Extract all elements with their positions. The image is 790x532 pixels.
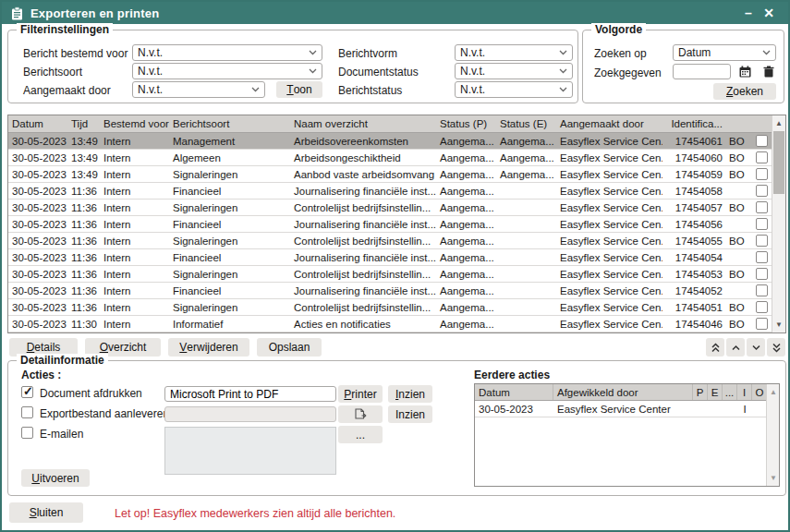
scrollbar-thumb[interactable] xyxy=(773,131,784,194)
ecol-dots[interactable]: ... xyxy=(723,384,737,400)
calendar-icon[interactable] xyxy=(736,64,754,79)
scroll-down-icon[interactable]: ▼ xyxy=(767,471,780,485)
table-row[interactable]: 30-05-2023 11:36 Intern Signaleringen Co… xyxy=(8,200,785,216)
col-datum[interactable]: Datum xyxy=(8,118,67,129)
emailen-checkbox[interactable] xyxy=(21,427,33,439)
ecol-datum[interactable]: Datum xyxy=(475,384,553,400)
cell-identificatie: 17454056 xyxy=(662,219,725,230)
inzien-button-2[interactable]: Inzien xyxy=(388,405,432,423)
table-row[interactable]: 30-05-2023 11:36 Intern Financieel Journ… xyxy=(8,249,785,266)
row-checkbox[interactable] xyxy=(756,185,768,197)
opslaan-button[interactable]: Opslaan xyxy=(257,338,322,357)
row-checkbox[interactable] xyxy=(756,268,768,280)
double-chevron-up-icon xyxy=(711,343,721,353)
ellipsis-button[interactable]: ... xyxy=(338,426,383,443)
trash-icon[interactable] xyxy=(760,64,777,79)
cell-naam-overzicht: Controlelijst bedrijfsinstellin... xyxy=(290,236,436,247)
table-scrollbar[interactable]: ▲ ▼ xyxy=(772,115,785,332)
last-record-button[interactable] xyxy=(767,338,785,357)
scroll-down-icon[interactable]: ▼ xyxy=(772,318,785,332)
row-checkbox[interactable] xyxy=(756,218,768,230)
row-checkbox[interactable] xyxy=(756,201,768,213)
filterinstellingen-group: Filterinstellingen Bericht bestemd voor … xyxy=(7,30,578,103)
row-checkbox[interactable] xyxy=(756,135,768,147)
previous-record-button[interactable] xyxy=(726,338,745,357)
col-tijd[interactable]: Tijd xyxy=(67,118,100,129)
cell-naam-overzicht: Journalisering financiële inst... xyxy=(290,219,436,230)
printer-button[interactable]: Printer xyxy=(338,385,383,403)
ecell-i: I xyxy=(737,404,752,415)
eerdere-row[interactable]: 30-05-2023 Easyflex Service Center I xyxy=(475,401,779,417)
toon-button[interactable]: Toon xyxy=(276,81,322,98)
table-row[interactable]: 30-05-2023 11:36 Intern Financieel Journ… xyxy=(8,183,785,200)
row-checkbox[interactable] xyxy=(756,168,768,180)
col-status-e[interactable]: Status (E) xyxy=(496,118,556,129)
ecol-e[interactable]: E xyxy=(708,384,723,400)
row-checkbox[interactable] xyxy=(756,251,768,263)
first-record-button[interactable] xyxy=(706,338,724,357)
table-row[interactable]: 30-05-2023 11:36 Intern Financieel Journ… xyxy=(8,283,785,299)
zoekgegeven-input[interactable] xyxy=(673,64,731,79)
row-checkbox[interactable] xyxy=(756,151,768,163)
row-checkbox[interactable] xyxy=(756,235,768,247)
cell-berichtsoort: Financieel xyxy=(169,285,290,296)
col-bestemd-voor[interactable]: Bestemd voor xyxy=(100,118,169,129)
col-berichtsoort[interactable]: Berichtsoort xyxy=(169,118,290,129)
minimize-button[interactable]: – xyxy=(738,6,759,20)
table-row[interactable]: 30-05-2023 13:49 Intern Management Arbei… xyxy=(8,133,785,150)
cell-status-p: Aangema... xyxy=(436,136,496,147)
clipboard-icon xyxy=(11,6,23,20)
aangemaakt-door-select[interactable]: N.v.t. xyxy=(132,81,265,98)
scroll-up-icon[interactable]: ▲ xyxy=(772,116,785,130)
next-record-button[interactable] xyxy=(747,338,765,357)
table-row[interactable]: 30-05-2023 13:49 Intern Signaleringen Aa… xyxy=(8,166,785,183)
berichtvorm-select[interactable]: N.v.t. xyxy=(455,44,573,61)
ecol-i[interactable]: I xyxy=(737,384,752,400)
printer-name-input[interactable] xyxy=(164,386,336,402)
berichtstatus-select[interactable]: N.v.t. xyxy=(455,81,573,98)
inzien-button-1[interactable]: Inzien xyxy=(388,385,432,403)
cell-identificatie: 17454052 xyxy=(662,285,725,296)
scroll-up-icon[interactable]: ▲ xyxy=(767,385,780,399)
table-row[interactable]: 30-05-2023 11:36 Intern Signaleringen Co… xyxy=(8,299,785,316)
eerdere-scrollbar[interactable]: ▲ ▼ xyxy=(766,384,779,486)
bericht-bestemd-voor-select[interactable]: N.v.t. xyxy=(132,44,322,61)
table-row[interactable]: 30-05-2023 11:30 Intern Informatief Acti… xyxy=(8,316,785,332)
row-checkbox[interactable] xyxy=(756,318,768,330)
row-checkbox[interactable] xyxy=(756,301,768,313)
zoeken-op-select[interactable]: Datum xyxy=(673,44,776,61)
verwijderen-button[interactable]: Verwijderen xyxy=(168,338,249,357)
cell-tijd: 13:49 xyxy=(67,169,100,180)
eerdere-acties-label: Eerdere acties xyxy=(474,369,550,381)
ecol-afgewikkeld-door[interactable]: Afgewikkeld door xyxy=(553,384,693,400)
documentstatus-select[interactable]: N.v.t. xyxy=(455,63,573,79)
cell-identificatie: 17454061 xyxy=(662,136,725,147)
select-value: N.v.t. xyxy=(138,46,163,59)
berichtsoort-select[interactable]: N.v.t. xyxy=(132,63,322,79)
sluiten-button[interactable]: Sluiten xyxy=(9,502,83,523)
col-status-p[interactable]: Status (P) xyxy=(436,118,496,129)
row-checkbox[interactable] xyxy=(756,284,768,296)
ecol-o[interactable]: O xyxy=(752,384,767,400)
uitvoeren-button[interactable]: Uitvoeren xyxy=(21,469,90,487)
table-row[interactable]: 30-05-2023 13:49 Intern Algemeen Arbeids… xyxy=(8,150,785,166)
ecol-p[interactable]: P xyxy=(693,384,708,400)
zoeken-button[interactable]: Zoeken xyxy=(713,83,776,100)
email-memo-field[interactable] xyxy=(164,427,336,475)
cell-bestemd-voor: Intern xyxy=(100,152,169,163)
exportbestand-input[interactable] xyxy=(164,406,336,422)
col-aangemaakt-door[interactable]: Aangemaakt door xyxy=(556,118,662,129)
exportbestand-label: Exportbestand aanleveren xyxy=(40,407,169,420)
table-row[interactable]: 30-05-2023 11:36 Intern Signaleringen Co… xyxy=(8,266,785,283)
document-afdrukken-checkbox[interactable] xyxy=(21,386,33,398)
cell-bo: BO xyxy=(725,269,747,280)
table-row[interactable]: 30-05-2023 11:36 Intern Financieel Journ… xyxy=(8,216,785,233)
cell-tijd: 11:30 xyxy=(67,319,100,330)
export-file-button[interactable] xyxy=(338,405,383,423)
col-naam-overzicht[interactable]: Naam overzicht xyxy=(290,118,436,129)
cell-status-p: Aangema... xyxy=(436,236,496,247)
exportbestand-checkbox[interactable] xyxy=(21,406,33,418)
col-identificatie[interactable]: Identifica... xyxy=(662,118,725,129)
table-row[interactable]: 30-05-2023 11:36 Intern Signaleringen Co… xyxy=(8,233,785,249)
close-button[interactable]: ✕ xyxy=(759,6,779,20)
